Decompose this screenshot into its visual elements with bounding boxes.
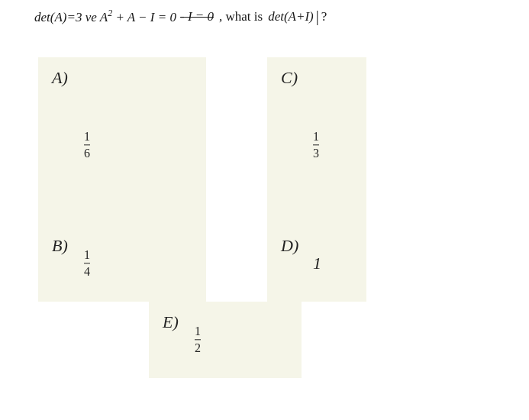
fraction-B: 1 4	[84, 247, 90, 279]
fraction-E-denominator: 2	[195, 341, 201, 356]
fraction-A-denominator: 6	[84, 146, 90, 161]
option-value-A: 1 6	[84, 129, 90, 160]
option-D-integer: 1	[313, 254, 321, 273]
question-line: det(A)=3 ve A2 + A − I = 0 - I = 0 , wha…	[34, 8, 327, 25]
option-label-C: C)	[281, 68, 298, 88]
fraction-A: 1 6	[84, 129, 90, 160]
option-card-D[interactable]: D) 1	[267, 225, 366, 302]
option-value-B: 1 4	[84, 247, 90, 279]
fraction-C-numerator: 1	[313, 129, 319, 145]
question-text-part1: det(A)=3 ve A2 + A − I = 0	[34, 8, 176, 25]
fraction-C-denominator: 3	[313, 146, 319, 161]
question-det-part: det(A+I)	[268, 9, 314, 24]
option-label-A: A)	[52, 68, 68, 88]
option-card-C[interactable]: C) 1 3	[267, 57, 366, 233]
option-label-B: B)	[52, 236, 68, 256]
question-mark: ?	[321, 9, 327, 24]
option-value-C: 1 3	[313, 129, 319, 160]
option-value-D: 1	[313, 254, 321, 273]
option-card-B[interactable]: B) 1 4	[38, 225, 206, 302]
option-label-D: D)	[281, 236, 298, 256]
option-card-A[interactable]: A) 1 6	[38, 57, 206, 233]
fraction-E-numerator: 1	[195, 324, 201, 340]
option-label-E: E)	[163, 312, 179, 332]
fraction-B-denominator: 4	[84, 264, 90, 279]
options-container: A) 1 6 C) 1 3 B) 1 4 D) 1	[38, 57, 481, 409]
question-struck-part: - I = 0	[180, 9, 214, 24]
fraction-A-numerator: 1	[84, 129, 90, 145]
option-value-E: 1 2	[195, 324, 201, 355]
pipe-symbol: |	[316, 8, 319, 25]
fraction-C: 1 3	[313, 129, 319, 160]
fraction-E: 1 2	[195, 324, 201, 355]
fraction-B-numerator: 1	[84, 247, 90, 263]
option-card-E[interactable]: E) 1 2	[149, 302, 302, 378]
what-is-label: , what is	[219, 9, 263, 24]
